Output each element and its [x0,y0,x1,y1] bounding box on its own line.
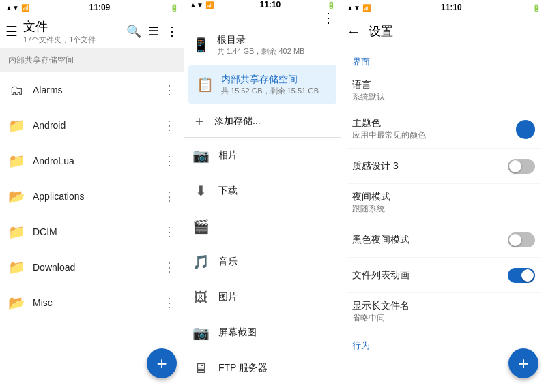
signal-icons: ▲▼ 📶 [5,4,29,12]
file-name: DCIM [33,226,155,237]
settings-list: 界面 语言 系统默认 主题色 应用中最常见的颜色 质感设计 3 [341,48,546,392]
folder-icon: 📁 [8,259,25,275]
battery-icons-1: 🔋 [170,4,178,12]
setting-name: 显示长文件名 [352,300,535,312]
wifi-icon-2: ▲▼ [190,1,203,9]
setting-night-mode[interactable]: 夜间模式 跟随系统 [347,184,541,222]
file-manager-panel: ▲▼ 📶 11:09 🔋 ☰ 文件 17个文件夹，1个文件 🔍 ☰ ⋮ 内部共享… [0,0,184,392]
drawer-settings[interactable]: ⚙ 设置 [184,386,341,392]
internal-storage-icon: 📋 [197,76,213,93]
item-more-icon[interactable]: ⋮ [163,189,175,204]
toggle-material-design[interactable] [508,159,535,174]
file-list: 🗂 Alarms ⋮ 📁 Android ⋮ 📁 AndroLua ⋮ 📂 Ap… [0,72,184,392]
item-more-icon[interactable]: ⋮ [163,82,175,97]
setting-name: 文件列表动画 [352,269,508,282]
item-more-icon[interactable]: ⋮ [163,260,175,275]
color-swatch[interactable] [516,120,535,139]
setting-black-night-mode[interactable]: 黑色夜间模式 [347,222,541,258]
toggle-black-night[interactable] [508,232,535,247]
setting-sub: 系统默认 [352,91,535,103]
wifi-icon-3: ▲▼ [347,4,360,12]
add-storage-button[interactable]: ＋ 添加存储... [184,105,341,138]
file-manager-subtitle: 17个文件夹，1个文件 [23,35,121,45]
file-name: Alarms [33,85,155,95]
battery-icon-1: 🔋 [170,4,178,12]
list-item[interactable]: 📁 AndroLua ⋮ [0,143,184,179]
menu-label: 音乐 [218,256,238,268]
item-more-icon[interactable]: ⋮ [163,295,175,310]
drawer-download[interactable]: ⬇ 下载 [184,173,341,209]
storage-name: 根目录 [217,34,304,46]
setting-language[interactable]: 语言 系统默认 [347,72,541,110]
battery-icon-3: 🔋 [532,4,541,12]
list-item[interactable]: 📂 Applications ⋮ [0,179,184,214]
add-storage-label: 添加存储... [214,115,261,127]
signal-icons-2: ▲▼ 📶 [190,1,214,9]
list-item[interactable]: 🗂 Alarms ⋮ [0,72,184,108]
file-name: Applications [33,191,155,202]
file-name: Download [33,262,155,273]
folder-icon: 📁 [8,117,25,134]
drawer-screenshots[interactable]: 📷 屏幕截图 [184,315,341,350]
back-button[interactable]: ← [347,24,360,40]
download-icon: ⬇ [192,183,209,199]
photos-icon: 📷 [192,147,209,164]
storage-item-internal[interactable]: 📋 内部共享存储空间 共 15.62 GB，剩余 15.51 GB [188,65,336,104]
signal-icon: 📶 [21,4,29,12]
drawer-photos[interactable]: 📷 相片 [184,138,341,173]
setting-sub: 跟随系统 [352,203,535,215]
shared-folder-icon: 📂 [8,295,25,311]
settings-panel: ▲▼ 📶 11:10 🔋 ← 设置 界面 语言 系统默认 主题色 应用中最常见的… [341,0,546,392]
settings-header: ← 设置 [341,15,546,48]
battery-icons-3: 🔋 [532,4,541,12]
toggle-knob [521,269,534,282]
drawer-more-icon[interactable]: ⋮ [321,10,335,26]
fab-add-button-2[interactable]: + [508,348,538,378]
menu-label: 下载 [218,185,238,197]
menu-icon[interactable]: ☰ [5,23,18,40]
storage-sub: 共 1.44 GB，剩余 402 MB [217,46,304,57]
battery-icons-2: 🔋 [327,1,335,9]
setting-sub: 应用中最常见的颜色 [352,130,516,141]
setting-name: 质感设计 3 [352,160,508,172]
folder-icon: 🗂 [8,82,25,98]
ftp-icon: 🖥 [192,361,209,376]
drawer-pictures[interactable]: 🖼 图片 [184,280,341,315]
setting-long-filename[interactable]: 显示长文件名 省略中间 [347,293,541,331]
setting-theme-color[interactable]: 主题色 应用中最常见的颜色 [347,110,541,149]
setting-file-animation[interactable]: 文件列表动画 [347,258,541,293]
item-more-icon[interactable]: ⋮ [163,153,175,168]
setting-name: 黑色夜间模式 [352,234,508,246]
wifi-icon: ▲▼ [5,4,19,12]
signal-icons-3: ▲▼ 📶 [347,4,371,12]
list-item[interactable]: 📁 Download ⋮ [0,250,184,285]
search-icon[interactable]: 🔍 [126,24,141,39]
file-name: Misc [33,297,155,308]
list-item[interactable]: 📂 Misc ⋮ [0,285,184,320]
list-item[interactable]: 📁 DCIM ⋮ [0,214,184,250]
item-more-icon[interactable]: ⋮ [163,224,175,239]
file-name: Android [33,120,155,131]
video-icon: 🎬 [192,218,209,235]
status-bar-1: ▲▼ 📶 11:09 🔋 [0,0,184,15]
settings-title: 设置 [369,23,393,40]
storage-item-root[interactable]: 📱 根目录 共 1.44 GB，剩余 402 MB [184,26,341,64]
fab-add-button[interactable]: + [147,348,177,378]
toggle-file-animation[interactable] [508,268,535,283]
storage-sub: 共 15.62 GB，剩余 15.51 GB [221,86,319,96]
battery-icon-2: 🔋 [327,1,335,9]
folder-icon: 📁 [8,153,25,169]
drawer-music[interactable]: 🎵 音乐 [184,244,341,280]
menu-label: FTP 服务器 [218,362,268,374]
music-icon: 🎵 [192,254,209,270]
list-item[interactable]: 📁 Android ⋮ [0,108,184,143]
item-more-icon[interactable]: ⋮ [163,118,175,133]
menu-label: 相片 [218,149,238,162]
more-options-icon[interactable]: ⋮ [166,24,178,39]
signal-icon-3: 📶 [362,4,371,12]
drawer-ftp[interactable]: 🖥 FTP 服务器 [184,350,341,386]
setting-material-design[interactable]: 质感设计 3 [347,149,541,184]
filter-icon[interactable]: ☰ [148,24,159,39]
header-icons: 🔍 ☰ ⋮ [126,24,178,39]
drawer-video[interactable]: 🎬 [184,209,341,244]
